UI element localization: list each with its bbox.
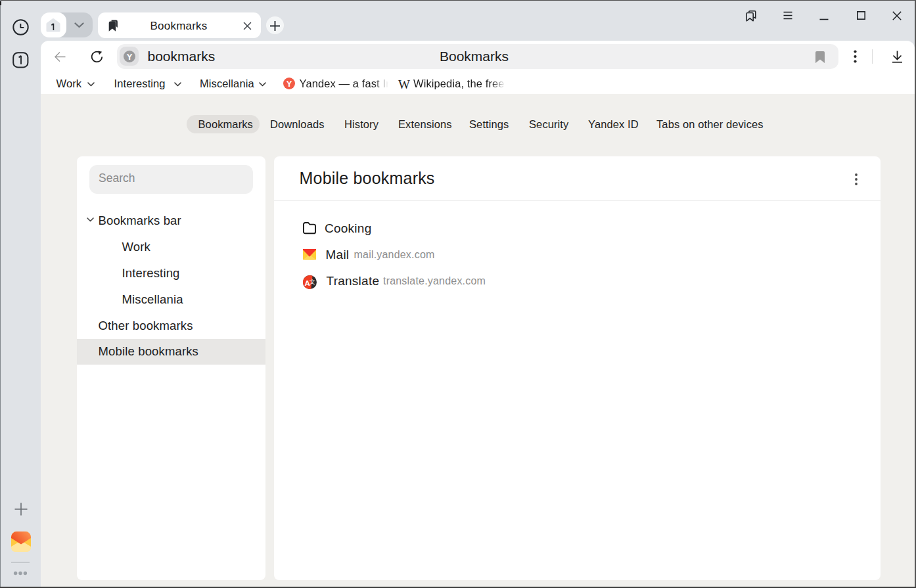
svg-text:Y: Y bbox=[286, 79, 292, 89]
svg-text:文: 文 bbox=[309, 278, 315, 284]
svg-text:Y: Y bbox=[126, 51, 132, 61]
